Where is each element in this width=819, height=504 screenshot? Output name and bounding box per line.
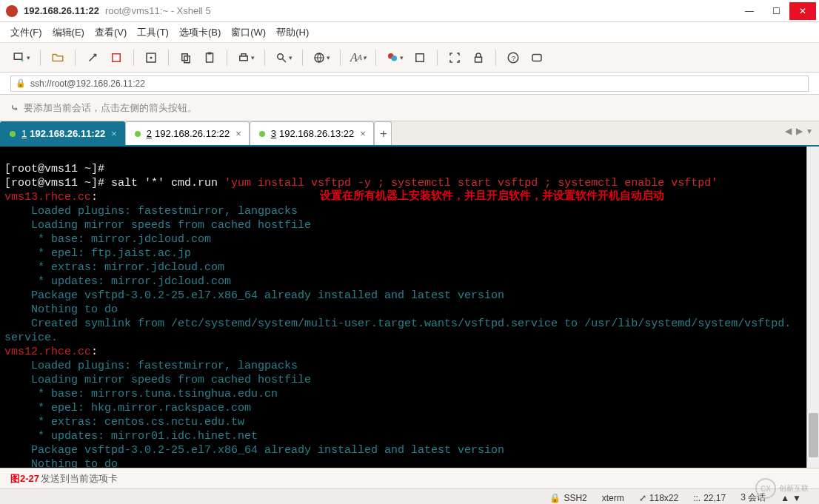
compose-hint: 发送到当前选项卡 <box>41 472 118 485</box>
output-line: Package vsftpd-3.0.2-25.el7.x86_64 alrea… <box>4 444 504 457</box>
svg-line-12 <box>283 58 287 62</box>
session-tab-1[interactable]: 1 192.168.26.11:22 × <box>0 121 125 145</box>
figure-label: 图2-27 <box>10 472 39 485</box>
menu-view[interactable]: 查看(V) <box>95 26 127 39</box>
tab-next-icon[interactable]: ▶ <box>796 126 803 136</box>
svg-rect-20 <box>532 54 541 61</box>
output-line: * epel: ftp.jaist.ac.jp <box>4 247 191 260</box>
maximize-button[interactable]: ☐ <box>763 2 789 20</box>
lock-icon: 🔒 <box>549 493 561 503</box>
reconnect-button[interactable] <box>83 48 102 67</box>
info-message: 要添加当前会话，点击左侧的箭头按钮。 <box>24 101 197 115</box>
font-button[interactable]: AA▾ <box>348 48 368 67</box>
address-input[interactable]: 🔒 ssh://root@192.168.26.11:22 <box>10 75 809 92</box>
menu-tools[interactable]: 工具(T) <box>137 26 169 39</box>
output-line: Created symlink from /etc/systemd/system… <box>4 317 791 330</box>
annotation-overlay: 设置在所有机器上安装软件，并且开启软件，并设置软件开机自动启动 <box>320 188 664 202</box>
add-session-arrow[interactable]: ⤷ <box>10 102 19 114</box>
find-button[interactable]: ▾ <box>273 48 295 67</box>
terminal[interactable]: [root@vms11 ~]# [root@vms11 ~]# salt '*'… <box>0 147 819 468</box>
info-bar: ⤷ 要添加当前会话，点击左侧的箭头按钮。 <box>0 95 819 121</box>
color-scheme-button[interactable]: ▾ <box>384 48 406 67</box>
status-dot-icon <box>135 131 141 137</box>
paste-button[interactable] <box>200 48 219 67</box>
svg-rect-2 <box>113 53 121 61</box>
output-line: Package vsftpd-3.0.2-25.el7.x86_64 alrea… <box>4 289 504 302</box>
output-line: * base: mirrors.tuna.tsinghua.edu.cn <box>4 388 278 400</box>
menu-window[interactable]: 窗口(W) <box>231 26 266 39</box>
compose-bar: 图2-27 发送到当前选项卡 <box>0 468 819 488</box>
menubar: 文件(F) 编辑(E) 查看(V) 工具(T) 选项卡(B) 窗口(W) 帮助(… <box>0 22 819 43</box>
menu-tabs[interactable]: 选项卡(B) <box>179 26 221 39</box>
tab-label: 192.168.26.13:22 <box>279 128 354 139</box>
tab-label: 192.168.26.12:22 <box>155 128 230 139</box>
menu-file[interactable]: 文件(F) <box>10 26 42 39</box>
output-line: Nothing to do <box>4 303 118 316</box>
print-button[interactable]: ▾ <box>235 48 257 67</box>
app-icon <box>6 5 18 17</box>
output-line: Loading mirror speeds from cached hostfi… <box>4 374 311 386</box>
output-line: * updates: mirror.jdcloud.com <box>4 275 231 288</box>
output-line: Loaded plugins: fastestmirror, langpacks <box>4 205 298 218</box>
output-line: * extras: mirror.jdcloud.com <box>4 261 224 274</box>
svg-point-4 <box>150 56 153 58</box>
menu-help[interactable]: 帮助(H) <box>276 26 309 39</box>
help-icon[interactable]: ? <box>504 48 523 67</box>
new-session-button[interactable]: +▾ <box>10 48 33 67</box>
svg-rect-17 <box>475 57 482 62</box>
disconnect-button[interactable] <box>107 48 126 67</box>
close-button[interactable]: ✕ <box>789 2 816 20</box>
output-line: * base: mirror.jdcloud.com <box>4 233 211 246</box>
toolbar: +▾ ▾ ▾ ▾ AA▾ ▾ ? <box>0 43 819 73</box>
output-host: vms13.rhce.cc <box>4 191 91 204</box>
resize-icon: ⤢ <box>639 493 646 503</box>
status-cursor: ::.22,17 <box>693 493 726 503</box>
tab-scroll-controls: ◀ ▶ ▾ <box>785 126 812 136</box>
output-line: * updates: mirror01.idc.hinet.net <box>4 430 258 443</box>
session-tab-2[interactable]: 2 192.168.26.12:22 × <box>125 121 250 145</box>
status-termtype: xterm <box>602 493 624 503</box>
output-line: Loading mirror speeds from cached hostfi… <box>4 219 311 232</box>
language-button[interactable]: ▾ <box>310 48 332 67</box>
session-tab-3[interactable]: 3 192.168.26.13:22 × <box>250 121 374 145</box>
properties-button[interactable] <box>141 48 161 67</box>
tab-close-icon[interactable]: × <box>360 128 366 139</box>
compose-button[interactable] <box>527 48 546 67</box>
highlight-button[interactable] <box>410 48 429 67</box>
copy-button[interactable] <box>176 48 195 67</box>
window-title-host: 192.168.26.11:22 <box>24 5 99 16</box>
status-proto: 🔒SSH2 <box>549 493 586 503</box>
output-line: Nothing to do <box>4 458 118 468</box>
tab-label: 192.168.26.11:22 <box>30 128 105 139</box>
menu-edit[interactable]: 编辑(E) <box>53 26 84 39</box>
fullscreen-button[interactable] <box>445 48 464 67</box>
tab-close-icon[interactable]: × <box>111 128 117 139</box>
window-title-detail: root@vms11:~ - Xshell 5 <box>105 5 211 16</box>
tab-number: 3 <box>271 128 276 139</box>
tab-prev-icon[interactable]: ◀ <box>785 126 792 136</box>
lock-icon: 🔒 <box>16 78 26 88</box>
svg-point-15 <box>392 56 398 61</box>
svg-rect-16 <box>416 53 424 61</box>
svg-rect-8 <box>208 52 212 54</box>
status-bar: 🔒SSH2 xterm ⤢118x22 ::.22,17 3 会话 ▲▼ <box>0 488 819 504</box>
status-dot-icon <box>259 131 265 137</box>
terminal-scrollbar[interactable] <box>806 147 819 468</box>
tab-number: 2 <box>147 128 152 139</box>
watermark: CX创新互联 <box>745 473 819 504</box>
new-tab-button[interactable]: + <box>374 121 392 145</box>
window-controls: — ☐ ✕ <box>736 2 816 20</box>
tab-close-icon[interactable]: × <box>235 128 241 139</box>
prompt: [root@vms11 ~]# <box>4 163 104 175</box>
minimize-button[interactable]: — <box>736 2 763 20</box>
lock-button[interactable] <box>469 48 488 67</box>
output-line: service. <box>4 332 58 344</box>
svg-point-11 <box>278 53 284 59</box>
prompt: [root@vms11 ~]# <box>4 177 111 189</box>
output-line: * epel: hkg.mirror.rackspace.com <box>4 402 251 414</box>
open-button[interactable] <box>48 48 67 67</box>
status-dot-icon <box>10 131 16 137</box>
tab-list-icon[interactable]: ▾ <box>807 126 812 136</box>
output-line: * extras: centos.cs.nctu.edu.tw <box>4 416 244 429</box>
svg-text:?: ? <box>512 53 516 61</box>
